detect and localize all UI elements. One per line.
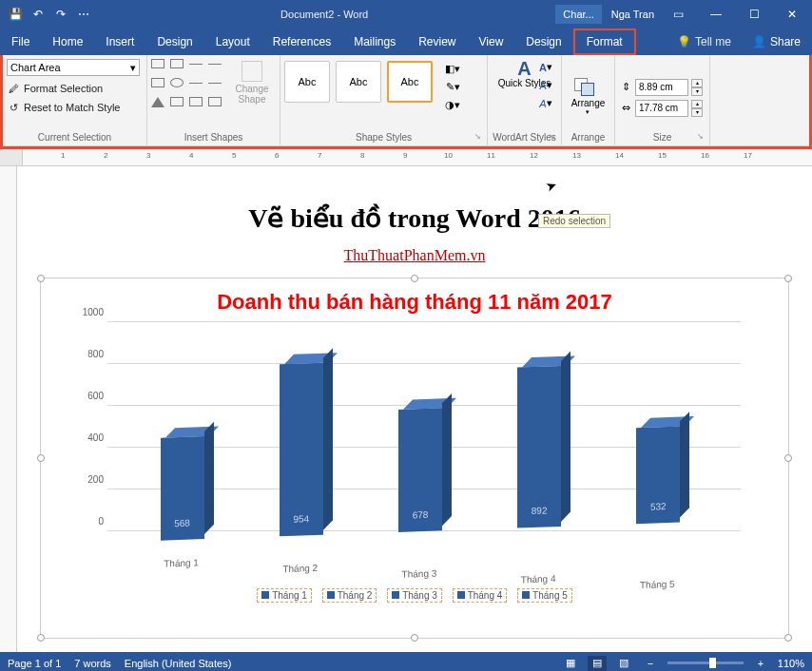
status-language[interactable]: English (United States)	[125, 658, 232, 669]
x-label: Tháng 2	[262, 562, 338, 575]
zoom-in-icon[interactable]: +	[751, 656, 770, 671]
chart-legend[interactable]: Tháng 1 Tháng 2 Tháng 3 Tháng 4 Tháng 5	[41, 588, 788, 603]
group-insert-shapes: Change Shape Insert Shapes	[147, 55, 280, 145]
shape-style-preset[interactable]: Abc	[284, 61, 330, 103]
ribbon-format: Chart Area▾ 🖉Format Selection ↺Reset to …	[3, 55, 809, 146]
resize-handle[interactable]	[411, 275, 418, 282]
shape-fill-button[interactable]: ◧▾	[440, 61, 465, 77]
dialog-launcher-icon[interactable]: ↘	[474, 132, 481, 141]
group-label: Insert Shapes	[151, 130, 276, 145]
tab-design[interactable]: Design	[145, 29, 203, 55]
text-effects-button[interactable]: A▾	[536, 95, 555, 111]
chart-tools-context-tab[interactable]: Char...	[555, 5, 601, 24]
undo-icon[interactable]: ↶	[30, 7, 46, 22]
text-outline-button[interactable]: A▾	[536, 77, 555, 93]
share-button[interactable]: 👤Share	[741, 35, 812, 48]
effects-icon: ◑	[445, 99, 454, 111]
bar[interactable]: 568	[161, 436, 204, 541]
bar[interactable]: 892	[517, 366, 561, 528]
status-wordcount[interactable]: 7 words	[74, 658, 111, 669]
width-spinner[interactable]: ▴▾	[691, 100, 703, 117]
tab-review[interactable]: Review	[407, 29, 467, 55]
print-layout-icon[interactable]: ▤	[588, 656, 607, 671]
height-icon: ⇕	[619, 81, 632, 94]
tab-home[interactable]: Home	[41, 29, 94, 55]
shape-outline-button[interactable]: ✎▾	[440, 79, 465, 95]
tab-insert[interactable]: Insert	[94, 29, 145, 55]
bar[interactable]: 954	[280, 363, 323, 537]
height-spinner[interactable]: ▴▾	[691, 79, 703, 96]
group-current-selection: Chart Area▾ 🖉Format Selection ↺Reset to …	[3, 55, 147, 145]
page-hyperlink[interactable]: ThuThuatPhanMem.vn	[34, 247, 795, 264]
status-bar: Page 1 of 1 7 words English (United Stat…	[0, 652, 812, 671]
bar[interactable]: 678	[398, 408, 442, 532]
chart-object[interactable]: Doanh thu bán hàng tháng 11 năm 2017 0 2…	[40, 278, 789, 639]
arrange-button[interactable]: Arrange ▾	[571, 71, 606, 116]
ribbon-highlight: Chart Area▾ 🖉Format Selection ↺Reset to …	[0, 55, 812, 149]
ribbon-options-icon[interactable]: ▭	[664, 0, 692, 29]
dialog-launcher-icon[interactable]: ↘	[697, 132, 704, 141]
resize-handle[interactable]	[37, 634, 45, 642]
horizontal-ruler[interactable]: 123 456 789 101112 131415 1617	[0, 149, 812, 166]
page-canvas[interactable]: ➤ Redo selection Vẽ biểu đồ trong Word 2…	[17, 166, 812, 652]
qat-more-icon[interactable]: ⋯	[76, 7, 91, 22]
chart-element-dropdown[interactable]: Chart Area▾	[7, 59, 140, 76]
text-fill-button[interactable]: A▾	[536, 59, 555, 75]
status-page[interactable]: Page 1 of 1	[8, 658, 61, 669]
shape-style-preset[interactable]: Abc	[387, 61, 433, 103]
group-label: Current Selection	[7, 130, 143, 145]
minimize-icon[interactable]: ―	[702, 0, 730, 29]
reset-match-style-button[interactable]: ↺Reset to Match Style	[7, 101, 121, 114]
resize-handle[interactable]	[784, 634, 792, 642]
outline-icon: ✎	[446, 81, 454, 93]
height-input[interactable]: 8.89 cm	[635, 79, 688, 96]
web-layout-icon[interactable]: ▧	[614, 656, 633, 671]
reset-icon: ↺	[7, 101, 20, 114]
ribbon-tabs: File Home Insert Design Layout Reference…	[0, 29, 812, 55]
resize-handle[interactable]	[784, 454, 792, 462]
redo-icon[interactable]: ↷	[53, 7, 68, 22]
format-icon: 🖉	[7, 82, 20, 95]
shape-style-preset[interactable]: Abc	[336, 61, 381, 103]
maximize-icon[interactable]: ☐	[740, 0, 768, 29]
width-input[interactable]: 17.78 cm	[635, 100, 688, 117]
group-label: Shape Styles↘	[284, 130, 483, 145]
chevron-down-icon: ▾	[130, 62, 136, 74]
tab-file[interactable]: File	[0, 29, 41, 55]
tab-chart-design[interactable]: Design	[514, 29, 572, 55]
zoom-level[interactable]: 110%	[778, 658, 804, 669]
resize-handle[interactable]	[37, 275, 45, 282]
group-label: Size↘	[619, 130, 706, 145]
close-icon[interactable]: ✕	[778, 0, 806, 29]
save-icon[interactable]: 💾	[8, 7, 23, 22]
tab-view[interactable]: View	[468, 29, 515, 55]
group-label: Arrange	[566, 130, 610, 145]
read-mode-icon[interactable]: ▦	[561, 656, 580, 671]
format-selection-button[interactable]: 🖉Format Selection	[7, 82, 103, 95]
vertical-ruler[interactable]	[0, 166, 17, 652]
shape-gallery[interactable]	[151, 57, 227, 118]
shape-effects-button[interactable]: ◑▾	[440, 97, 465, 113]
resize-handle[interactable]	[37, 454, 45, 462]
chart-plot-area[interactable]: 0 200 400 600 800 1000 568Tháng 1 954Thá…	[107, 322, 741, 550]
resize-handle[interactable]	[411, 634, 418, 642]
x-label: Tháng 4	[500, 572, 576, 585]
tooltip-redo: Redo selection	[538, 214, 610, 228]
chart-title[interactable]: Doanh thu bán hàng tháng 11 năm 2017	[41, 278, 788, 322]
title-bar: 💾 ↶ ↷ ⋯ Document2 - Word Char... Nga Tra…	[0, 0, 812, 29]
tab-references[interactable]: References	[261, 29, 342, 55]
bar[interactable]: 532	[636, 427, 680, 525]
y-axis: 0 200 400 600 800 1000	[69, 322, 104, 531]
tab-format[interactable]: Format	[573, 29, 636, 55]
document-title: Document2 - Word	[99, 9, 550, 20]
tab-mailings[interactable]: Mailings	[342, 29, 407, 55]
zoom-out-icon[interactable]: −	[641, 656, 660, 671]
tab-layout[interactable]: Layout	[204, 29, 261, 55]
zoom-slider[interactable]	[667, 661, 744, 664]
tell-me-search[interactable]: 💡Tell me	[667, 35, 741, 48]
bulb-icon: 💡	[677, 35, 691, 48]
dialog-launcher-icon[interactable]: ↘	[549, 132, 555, 141]
change-shape-icon	[242, 61, 262, 82]
user-name[interactable]: Nga Tran	[611, 9, 654, 20]
resize-handle[interactable]	[784, 275, 792, 282]
